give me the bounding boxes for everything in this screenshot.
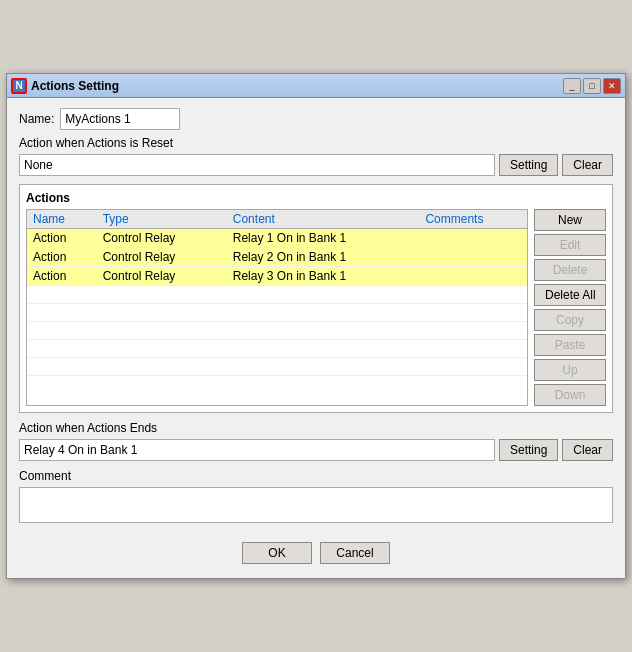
table-row[interactable] [27,340,527,358]
ends-setting-button[interactable]: Setting [499,439,558,461]
copy-button[interactable]: Copy [534,309,606,331]
paste-button[interactable]: Paste [534,334,606,356]
app-icon: N [11,78,27,94]
table-row[interactable] [27,286,527,304]
reset-input[interactable] [19,154,495,176]
reset-clear-button[interactable]: Clear [562,154,613,176]
col-comments: Comments [419,210,527,229]
table-row[interactable]: ActionControl RelayRelay 2 On in Bank 1 [27,248,527,267]
actions-buttons: New Edit Delete Delete All Copy Paste Up… [534,209,606,406]
table-row[interactable]: ActionControl RelayRelay 3 On in Bank 1 [27,267,527,286]
new-button[interactable]: New [534,209,606,231]
maximize-button[interactable]: □ [583,78,601,94]
col-type: Type [97,210,227,229]
name-label: Name: [19,112,54,126]
title-bar: N Actions Setting _ □ ✕ [7,74,625,98]
minimize-button[interactable]: _ [563,78,581,94]
ends-input[interactable] [19,439,495,461]
ends-row: Setting Clear [19,439,613,461]
reset-section-label: Action when Actions is Reset [19,136,613,150]
title-bar-left: N Actions Setting [11,78,119,94]
actions-section: Actions Name Type Content Comments [19,184,613,413]
cancel-button[interactable]: Cancel [320,542,390,564]
main-window: N Actions Setting _ □ ✕ Name: Action whe… [6,73,626,579]
table-row[interactable] [27,304,527,322]
footer: OK Cancel [19,536,613,568]
delete-all-button[interactable]: Delete All [534,284,606,306]
down-button[interactable]: Down [534,384,606,406]
edit-button[interactable]: Edit [534,234,606,256]
ok-button[interactable]: OK [242,542,312,564]
comment-input[interactable] [19,487,613,523]
close-button[interactable]: ✕ [603,78,621,94]
comment-section: Comment [19,469,613,526]
reset-setting-button[interactable]: Setting [499,154,558,176]
name-row: Name: [19,108,613,130]
ends-section: Action when Actions Ends Setting Clear [19,421,613,461]
table-row[interactable] [27,322,527,340]
comment-label: Comment [19,469,613,483]
col-content: Content [227,210,420,229]
actions-title: Actions [26,191,606,205]
window-title: Actions Setting [31,79,119,93]
actions-table-wrap: Name Type Content Comments ActionControl… [26,209,528,406]
actions-table: Name Type Content Comments ActionControl… [27,210,527,376]
title-bar-controls: _ □ ✕ [563,78,621,94]
table-row[interactable] [27,358,527,376]
dialog-content: Name: Action when Actions is Reset Setti… [7,98,625,578]
name-input[interactable] [60,108,180,130]
actions-inner: Name Type Content Comments ActionControl… [26,209,606,406]
col-name: Name [27,210,97,229]
delete-button[interactable]: Delete [534,259,606,281]
reset-row: Setting Clear [19,154,613,176]
ends-clear-button[interactable]: Clear [562,439,613,461]
ends-label: Action when Actions Ends [19,421,613,435]
up-button[interactable]: Up [534,359,606,381]
table-row[interactable]: ActionControl RelayRelay 1 On in Bank 1 [27,229,527,248]
